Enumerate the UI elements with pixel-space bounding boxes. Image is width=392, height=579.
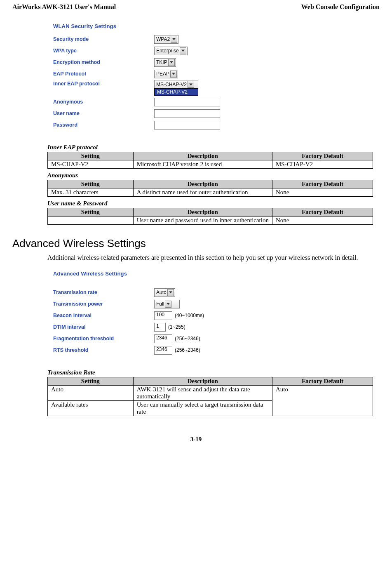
- chevron-down-icon: [165, 301, 171, 308]
- inner-eap-option[interactable]: MS-CHAP-V2: [155, 89, 198, 95]
- td-description: User name and password used in inner aut…: [133, 217, 272, 225]
- row-encryption: Encryption method TKIP: [53, 56, 374, 68]
- table-row: Setting Description Factory Default: [48, 180, 373, 188]
- advanced-wireless-panel: Advanced Wireless Settings Transmission …: [47, 265, 380, 363]
- td-default: None: [272, 188, 373, 197]
- tx-power-select[interactable]: Full: [154, 300, 180, 308]
- caption-anonymous: Anonymous: [47, 172, 380, 179]
- table-row: User name and password used in inner aut…: [48, 217, 373, 225]
- tx-power-value: Full: [156, 301, 164, 307]
- th-setting: Setting: [48, 377, 134, 386]
- th-setting: Setting: [48, 152, 134, 160]
- label-tx-rate: Transmission rate: [53, 290, 154, 295]
- username-input[interactable]: [154, 109, 220, 118]
- th-default: Factory Default: [272, 152, 373, 160]
- table-row: Auto AWK-3121 will sense and adjust the …: [48, 386, 373, 401]
- label-password: Password: [53, 122, 154, 128]
- svg-marker-1: [181, 50, 185, 52]
- eap-protocol-value: PEAP: [156, 71, 169, 77]
- svg-marker-4: [189, 83, 192, 85]
- wlan-security-panel: WLAN Security Settings Security mode WPA…: [47, 17, 380, 138]
- th-description: Description: [133, 377, 272, 386]
- th-setting: Setting: [48, 208, 134, 217]
- td-description: User can manually select a target transm…: [133, 401, 272, 416]
- row-dtim: DTIM interval 1 (1~255): [53, 321, 374, 333]
- table-userpass: Setting Description Factory Default User…: [47, 208, 373, 225]
- encryption-value: TKIP: [156, 59, 167, 65]
- table-row: Setting Description Factory Default: [48, 152, 373, 160]
- password-input[interactable]: [154, 121, 220, 129]
- tx-rate-select[interactable]: Auto: [154, 288, 175, 297]
- rts-input[interactable]: 2346: [154, 346, 172, 355]
- row-username: User name: [53, 108, 374, 119]
- td-description: AWK-3121 will sense and adjust the data …: [133, 386, 272, 401]
- inner-eap-dropdown[interactable]: MS-CHAP-V2: [154, 88, 198, 96]
- th-default: Factory Default: [272, 180, 373, 188]
- wpa-type-select[interactable]: Enterprise: [154, 47, 188, 55]
- page-header: AirWorks AWK-3121 User's Manual Web Cons…: [12, 3, 380, 11]
- security-mode-select[interactable]: WPA2: [154, 35, 178, 44]
- svg-marker-0: [172, 38, 176, 40]
- row-security-mode: Security mode WPA2: [53, 33, 374, 45]
- label-dtim: DTIM interval: [53, 324, 154, 330]
- th-description: Description: [133, 208, 272, 217]
- chevron-down-icon: [171, 36, 177, 43]
- frag-input[interactable]: 2346: [154, 334, 172, 343]
- label-inner-eap: Inner EAP protocol: [53, 80, 154, 87]
- label-beacon: Beacon interval: [53, 313, 154, 318]
- panel-title: WLAN Security Settings: [53, 21, 374, 33]
- th-description: Description: [133, 180, 272, 188]
- beacon-input[interactable]: 100: [154, 311, 172, 320]
- row-tx-rate: Transmission rate Auto: [53, 287, 374, 298]
- row-rts: RTS threshold 2346 (256~2346): [53, 344, 374, 356]
- wpa-type-value: Enterprise: [156, 48, 179, 54]
- rts-hint: (256~2346): [175, 347, 200, 353]
- table-inner-eap: Setting Description Factory Default MS-C…: [47, 152, 373, 169]
- label-rts: RTS threshold: [53, 347, 154, 353]
- encryption-select[interactable]: TKIP: [154, 58, 176, 67]
- dtim-hint: (1~255): [168, 324, 185, 330]
- row-eap-protocol: EAP Protocol PEAP: [53, 68, 374, 80]
- label-anonymous: Anonymous: [53, 99, 154, 105]
- svg-marker-6: [167, 303, 170, 305]
- eap-protocol-select[interactable]: PEAP: [154, 70, 178, 78]
- td-default: MS-CHAP-V2: [272, 160, 373, 169]
- label-username: User name: [53, 111, 154, 116]
- row-wpa-type: WPA type Enterprise: [53, 45, 374, 56]
- anonymous-input[interactable]: [154, 98, 220, 106]
- advanced-body: Additional wireless-related parameters a…: [47, 254, 376, 261]
- inner-eap-select[interactable]: MS-CHAP-V2: [154, 80, 198, 89]
- caption-userpass: User name & Password: [47, 200, 380, 207]
- table-row: Max. 31 characters A distinct name used …: [48, 188, 373, 197]
- chevron-down-icon: [167, 289, 174, 296]
- th-default: Factory Default: [272, 208, 373, 217]
- svg-marker-2: [170, 61, 173, 64]
- header-left: AirWorks AWK-3121 User's Manual: [12, 3, 116, 11]
- row-password: Password: [53, 119, 374, 131]
- svg-marker-3: [172, 73, 175, 75]
- inner-eap-value: MS-CHAP-V2: [156, 82, 187, 87]
- table-tx-rate: Setting Description Factory Default Auto…: [47, 377, 373, 416]
- label-eap-protocol: EAP Protocol: [53, 71, 154, 77]
- chevron-down-icon: [168, 59, 175, 66]
- label-encryption: Encryption method: [53, 59, 154, 65]
- td-description: A distinct name used for outer authentic…: [133, 188, 272, 197]
- chevron-down-icon: [180, 47, 186, 54]
- advanced-heading: Advanced Wireless Settings: [12, 237, 380, 250]
- td-description: Microsoft CHAP version 2 is used: [133, 160, 272, 169]
- row-inner-eap: Inner EAP protocol MS-CHAP-V2 MS-CHAP-V2: [53, 80, 374, 96]
- td-setting: Auto: [48, 386, 134, 401]
- dtim-input[interactable]: 1: [154, 323, 166, 332]
- td-setting: [48, 217, 134, 225]
- label-tx-power: Transmission power: [53, 301, 154, 307]
- table-row: Setting Description Factory Default: [48, 377, 373, 386]
- row-anonymous: Anonymous: [53, 96, 374, 108]
- label-wpa-type: WPA type: [53, 48, 154, 54]
- beacon-hint: (40~1000ms): [175, 313, 204, 318]
- th-description: Description: [133, 152, 272, 160]
- row-frag: Fragmentation threshold 2346 (256~2346): [53, 333, 374, 344]
- th-default: Factory Default: [272, 377, 373, 386]
- td-default: None: [272, 217, 373, 225]
- td-default: Auto: [272, 386, 373, 416]
- chevron-down-icon: [170, 71, 177, 78]
